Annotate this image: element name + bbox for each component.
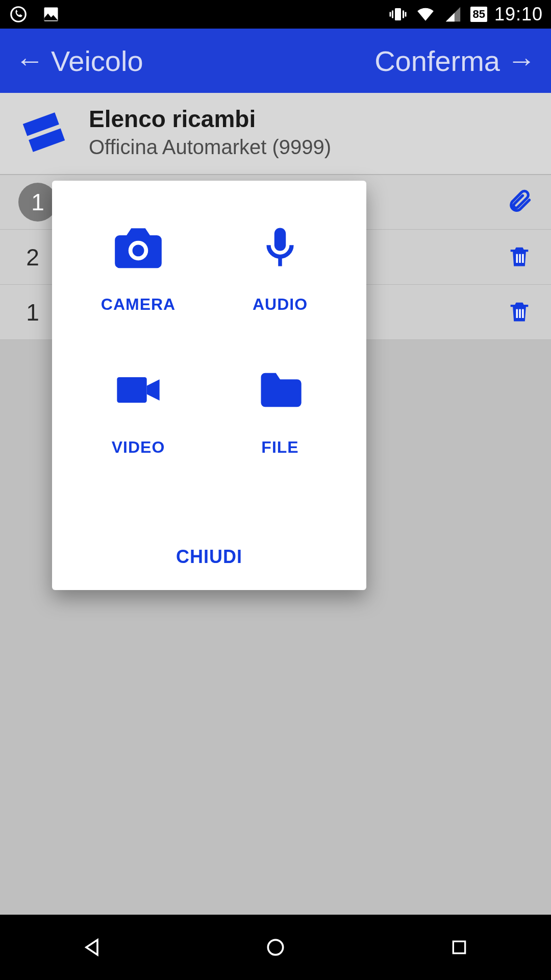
status-bar: 85 19:10: [0, 0, 551, 29]
svg-rect-2: [395, 8, 401, 20]
video-tile[interactable]: VIDEO: [72, 359, 204, 472]
delete-button[interactable]: [506, 298, 533, 327]
picture-icon: [41, 4, 61, 24]
svg-rect-3: [392, 11, 393, 18]
section-title: Elenco ricambi: [89, 105, 331, 133]
microphone-icon: [249, 216, 311, 278]
svg-rect-10: [519, 254, 520, 262]
vibrate-icon: [388, 4, 408, 24]
app-header: ← Veicolo Conferma →: [0, 29, 551, 93]
camera-tile[interactable]: CAMERA: [72, 216, 204, 329]
count-badge: 1: [18, 183, 57, 222]
svg-rect-14: [522, 309, 523, 317]
attachment-modal: CAMERA AUDIO VIDEO FILE CHIUDI: [52, 181, 366, 590]
svg-rect-4: [403, 11, 404, 18]
cellular-icon: [443, 4, 463, 24]
svg-rect-9: [516, 254, 518, 262]
svg-rect-21: [453, 941, 465, 953]
row-number: 2: [18, 243, 47, 271]
close-button[interactable]: CHIUDI: [72, 526, 346, 590]
svg-rect-17: [274, 228, 286, 251]
file-tile[interactable]: FILE: [214, 359, 346, 472]
camera-icon: [108, 216, 169, 278]
svg-rect-19: [117, 377, 146, 403]
svg-rect-11: [522, 254, 523, 262]
attach-button[interactable]: [506, 188, 533, 216]
svg-rect-18: [278, 257, 282, 266]
folder-icon: [249, 359, 311, 421]
forward-button[interactable]: Conferma →: [374, 44, 536, 78]
battery-level: 85: [470, 7, 487, 22]
row-number: 1: [18, 299, 47, 326]
svg-point-16: [133, 244, 144, 256]
svg-point-0: [11, 7, 26, 22]
nav-recent-button[interactable]: [443, 931, 475, 964]
svg-rect-6: [405, 12, 407, 17]
whatsapp-icon: [8, 4, 29, 24]
app-logo-icon: [17, 106, 70, 159]
video-icon: [108, 359, 169, 421]
svg-rect-12: [516, 309, 518, 317]
section-head: Elenco ricambi Officina Automarket (9999…: [0, 93, 551, 175]
audio-tile[interactable]: AUDIO: [214, 216, 346, 329]
back-button[interactable]: ← Veicolo: [15, 44, 143, 78]
tile-label: FILE: [261, 438, 298, 457]
arrow-left-icon: ←: [15, 46, 44, 75]
tile-label: AUDIO: [253, 295, 308, 314]
nav-home-button[interactable]: [259, 931, 292, 964]
tile-label: CAMERA: [101, 295, 176, 314]
tile-label: VIDEO: [112, 438, 165, 457]
back-label: Veicolo: [51, 44, 143, 78]
section-subtitle: Officina Automarket (9999): [89, 136, 331, 159]
svg-point-20: [268, 940, 283, 954]
delete-button[interactable]: [506, 243, 533, 272]
svg-rect-13: [519, 309, 520, 317]
wifi-icon: [415, 4, 436, 24]
navigation-bar: [0, 915, 551, 980]
clock: 19:10: [494, 4, 543, 25]
arrow-right-icon: →: [507, 46, 536, 75]
forward-label: Conferma: [374, 44, 500, 78]
svg-rect-5: [390, 12, 391, 17]
nav-back-button[interactable]: [76, 931, 108, 964]
